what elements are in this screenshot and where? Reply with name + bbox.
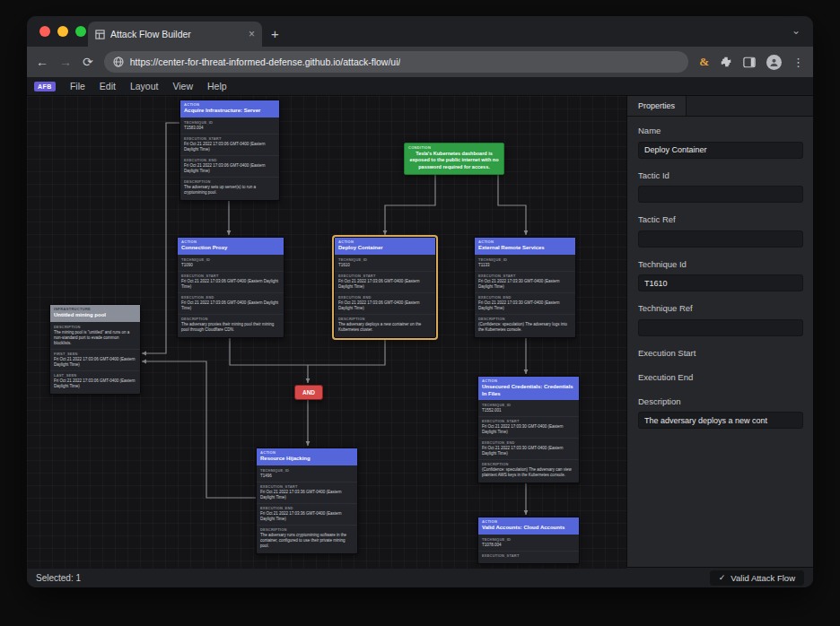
node-title: Connection Proxy xyxy=(181,245,280,252)
technique-ref-input[interactable] xyxy=(638,319,803,336)
name-input[interactable] xyxy=(638,142,803,159)
node-field: EXECUTION_START xyxy=(478,551,579,561)
field-value: Fri Oct 21 2022 17:03:06 GMT-0400 (Easte… xyxy=(338,279,432,290)
field-label: EXECUTION_START xyxy=(338,274,432,278)
profile-avatar[interactable] xyxy=(766,55,782,70)
node-title: External Remote Services xyxy=(478,245,572,252)
node-header: ACTIONAcquire Infrastructure: Server xyxy=(180,100,279,117)
field-value: Fri Oct 21 2022 17:03:06 GMT-0400 (Easte… xyxy=(54,378,136,389)
node-condition-dashboard-exposed[interactable]: CONDITIONTesla's Kubernetes dashboard is… xyxy=(404,143,504,175)
field-value: The adversary runs cryptomining software… xyxy=(260,533,354,549)
node-deploy-container[interactable]: ACTIONDeploy ContainerTECHNIQUE_IDT1610E… xyxy=(334,237,436,338)
properties-form: Name Tactic Id Tactic Ref Technique Id T… xyxy=(627,117,813,449)
field-value: Fri Oct 21 2022 17:03:30 GMT-0400 (Easte… xyxy=(478,279,572,290)
execution-end-field-label[interactable]: Execution End xyxy=(638,372,803,382)
forward-button[interactable]: → xyxy=(59,56,72,68)
tactic-id-input[interactable] xyxy=(638,186,803,203)
node-resource-hijacking[interactable]: ACTIONResource HijackingTECHNIQUE_IDT149… xyxy=(256,448,358,554)
menu-item-view[interactable]: View xyxy=(172,81,193,91)
selected-count: Selected: 1 xyxy=(36,573,710,583)
field-value: Fri Oct 21 2022 17:03:30 GMT-0400 (Easte… xyxy=(482,424,575,435)
url-text[interactable]: https://center-for-threat-informed-defen… xyxy=(130,57,401,67)
afb-logo: AFB xyxy=(34,82,56,91)
field-value: Fri Oct 21 2022 17:03:30 GMT-0400 (Easte… xyxy=(482,446,575,456)
node-untitled-mining-pool[interactable]: INFRASTRUCTUREUntitled mining poolDESCRI… xyxy=(49,304,141,395)
field-value: T1090 xyxy=(181,263,280,268)
field-label: TECHNIQUE_ID xyxy=(181,257,280,262)
field-value: T1133 xyxy=(478,263,572,268)
technique-id-input[interactable] xyxy=(638,274,803,291)
browser-tab[interactable]: Attack Flow Builder × xyxy=(88,22,262,47)
field-value: T1496 xyxy=(260,474,354,479)
field-value: Fri Oct 21 2022 17:03:06 GMT-0400 (Easte… xyxy=(181,279,280,290)
node-acquire-infrastructure-server[interactable]: ACTIONAcquire Infrastructure: ServerTECH… xyxy=(179,100,280,201)
site-info-globe-icon[interactable] xyxy=(113,57,124,67)
field-label: LAST_SEEN xyxy=(54,373,136,378)
flow-edge[interactable] xyxy=(142,361,269,498)
node-field: TECHNIQUE_IDT1090 xyxy=(178,256,284,271)
flow-edge[interactable] xyxy=(385,175,435,235)
node-title: Tesla's Kubernetes dashboard is exposed … xyxy=(405,150,503,174)
zoom-window-button[interactable] xyxy=(75,26,86,37)
omnibox[interactable]: https://center-for-threat-informed-defen… xyxy=(104,51,688,73)
back-button[interactable]: ← xyxy=(36,56,48,68)
node-valid-accounts-cloud-accounts[interactable]: ACTIONValid Accounts: Cloud AccountsTECH… xyxy=(477,517,580,564)
field-label: EXECUTION_END xyxy=(478,295,572,300)
node-field: EXECUTION_ENDFri Oct 21 2022 17:03:36 GM… xyxy=(257,503,357,525)
reload-button[interactable]: ⟳ xyxy=(83,56,93,68)
field-label: TECHNIQUE_ID xyxy=(184,120,276,125)
node-field: EXECUTION_ENDFri Oct 21 2022 17:03:30 GM… xyxy=(475,292,575,314)
node-field: EXECUTION_ENDFri Oct 21 2022 17:03:06 GM… xyxy=(180,155,279,177)
node-body: TECHNIQUE_IDT1496EXECUTION_STARTFri Oct … xyxy=(257,465,357,554)
node-connection-proxy[interactable]: ACTIONConnection ProxyTECHNIQUE_IDT1090E… xyxy=(177,237,284,338)
field-label: DESCRIPTION xyxy=(478,317,572,321)
menu-item-edit[interactable]: Edit xyxy=(100,81,116,91)
menu-item-file[interactable]: File xyxy=(70,81,85,91)
node-header: ACTIONDeploy Container xyxy=(335,238,435,255)
tab-close-icon[interactable]: × xyxy=(249,29,255,39)
tactic-ref-input[interactable] xyxy=(638,230,803,248)
properties-tab[interactable]: Properties xyxy=(627,96,687,116)
close-window-button[interactable] xyxy=(39,26,50,37)
node-field: DESCRIPTIONThe adversary proxies their m… xyxy=(178,314,284,335)
node-unsecured-credentials-in-files[interactable]: ACTIONUnsecured Credentials: Credentials… xyxy=(477,376,580,483)
new-tab-button[interactable]: + xyxy=(271,26,279,41)
tab-strip-chevron-icon[interactable]: ⌄ xyxy=(792,24,801,37)
field-value: Fri Oct 21 2022 17:03:30 GMT-0400 (Easte… xyxy=(478,300,572,311)
extensions-puzzle-icon[interactable] xyxy=(720,56,732,68)
flow-edge[interactable] xyxy=(498,175,526,235)
description-input[interactable] xyxy=(638,412,803,429)
node-type-tag: INFRASTRUCTURE xyxy=(54,307,136,311)
field-value: Fri Oct 21 2022 17:03:06 GMT-0400 (Easte… xyxy=(54,357,136,368)
node-type-tag: ACTION xyxy=(184,102,276,107)
field-value: Fri Oct 21 2022 17:03:06 GMT-0400 (Easte… xyxy=(184,163,276,174)
tab-favicon-icon xyxy=(95,30,105,39)
browser-menu-icon[interactable]: ⋮ xyxy=(792,56,804,69)
node-type-tag: ACTION xyxy=(482,519,575,524)
node-title: Valid Accounts: Cloud Accounts xyxy=(482,525,575,532)
valid-flow-badge: ✓ Valid Attack Flow xyxy=(710,570,804,586)
field-label: EXECUTION_START xyxy=(260,484,354,489)
minimize-window-button[interactable] xyxy=(57,26,68,37)
node-field: DESCRIPTION(Confidence: speculation) The… xyxy=(478,459,579,481)
node-and-operator[interactable]: AND xyxy=(294,385,323,400)
node-field: EXECUTION_ENDFri Oct 21 2022 17:03:06 GM… xyxy=(178,292,284,314)
node-field: TECHNIQUE_IDT1610 xyxy=(335,256,435,271)
field-label: EXECUTION_START xyxy=(482,553,575,558)
node-external-remote-services[interactable]: ACTIONExternal Remote ServicesTECHNIQUE_… xyxy=(474,237,576,338)
ampersand-extension-icon[interactable]: & xyxy=(699,55,709,69)
menu-item-layout[interactable]: Layout xyxy=(130,81,159,91)
field-value: The adversary sets up server(s) to run a… xyxy=(184,185,276,196)
execution-start-field-label[interactable]: Execution Start xyxy=(638,348,803,358)
node-header: ACTIONConnection Proxy xyxy=(178,238,284,255)
valid-flow-label: Valid Attack Flow xyxy=(731,573,795,583)
tab-strip: Attack Flow Builder × + ⌄ xyxy=(27,16,813,47)
node-type-tag: ACTION xyxy=(338,239,432,244)
menu-item-help[interactable]: Help xyxy=(207,81,227,91)
sidebar-toggle-icon[interactable] xyxy=(743,57,756,68)
flow-canvas[interactable]: ACTIONAcquire Infrastructure: ServerTECH… xyxy=(27,96,626,569)
edge-arrowhead xyxy=(306,378,311,383)
node-field: TECHNIQUE_IDT1583.004 xyxy=(180,118,279,134)
field-label: EXECUTION_END xyxy=(184,158,276,162)
node-field: TECHNIQUE_IDT1078.004 xyxy=(478,535,579,551)
